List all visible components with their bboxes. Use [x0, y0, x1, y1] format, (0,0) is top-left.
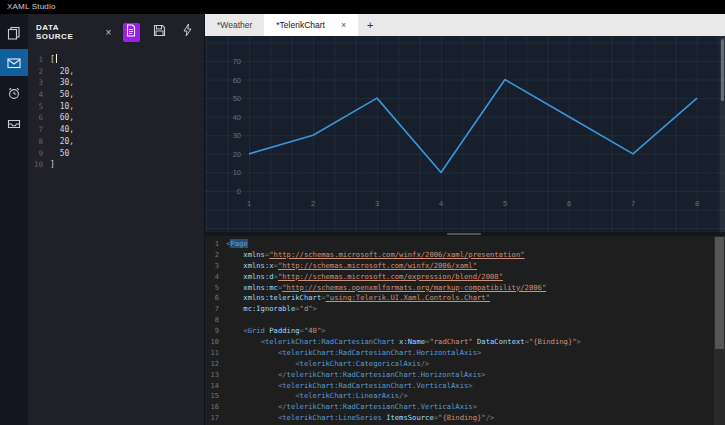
save-button[interactable] — [152, 23, 168, 42]
new-document-button[interactable] — [123, 23, 139, 42]
code-line-text: xmlns:x="http://schemas.microsoft.com/wi… — [226, 261, 477, 272]
tab-label: *Weather — [217, 20, 252, 30]
line-number: 8 — [205, 315, 226, 326]
y-axis-tick-label: 30 — [233, 131, 241, 140]
line-number: 17 — [205, 413, 226, 424]
minimap-line — [675, 276, 709, 278]
code-line[interactable]: 16 </telerikChart:RadCartesianChart.Vert… — [205, 402, 725, 413]
y-axis-tick-label: 10 — [233, 168, 241, 177]
tab-weather[interactable]: *Weather — [205, 14, 264, 36]
code-line-text: <telerikChart:LinearAxis/> — [226, 391, 408, 402]
x-axis-tick-label: 3 — [375, 199, 379, 208]
code-line-text: <Grid Padding="40"> — [226, 326, 326, 337]
line-number: 4 — [28, 89, 50, 101]
alarm-button[interactable] — [0, 79, 28, 106]
data-source-line-text: 20, — [50, 66, 74, 78]
code-line-text: <Page — [226, 239, 248, 250]
data-source-line-text: 50, — [50, 89, 74, 101]
y-axis-tick-label: 20 — [233, 150, 241, 159]
chart-svg: 70605040302010012345678 — [205, 36, 725, 232]
code-line-text: xmlns:mc="http://schemas.openxmlformats.… — [226, 283, 546, 294]
line-number: 15 — [205, 391, 226, 402]
minimap[interactable] — [675, 240, 709, 291]
code-line[interactable]: 13 </telerikChart:RadCartesianChart.Hori… — [205, 370, 725, 381]
document-icon — [125, 23, 137, 41]
copy-pages-button[interactable] — [0, 19, 28, 46]
line-number: 16 — [205, 402, 226, 413]
data-source-line[interactable]: 8 20, — [28, 136, 204, 148]
tab-label: *TelerikChart — [276, 20, 325, 30]
code-line[interactable]: 1<Page — [205, 239, 725, 250]
code-line[interactable]: 4 xmlns:d="http://schemas.microsoft.com/… — [205, 272, 725, 283]
code-line[interactable]: 14 <telerikChart:RadCartesianChart.Verti… — [205, 381, 725, 392]
chart-preview: 70605040302010012345678 — [205, 36, 725, 232]
code-line[interactable]: 11 <telerikChart:RadCartesianChart.Horiz… — [205, 348, 725, 359]
x-axis-tick-label: 5 — [503, 199, 507, 208]
code-line[interactable]: 3 xmlns:x="http://schemas.microsoft.com/… — [205, 261, 725, 272]
data-source-line[interactable]: 3 30, — [28, 77, 204, 89]
data-source-close-icon[interactable]: × — [106, 27, 112, 38]
line-number: 1 — [28, 54, 50, 66]
minimap-line — [675, 261, 709, 263]
line-number: 3 — [205, 261, 226, 272]
data-source-line[interactable]: 4 50, — [28, 89, 204, 101]
minimap-line — [675, 240, 709, 242]
editor-scrollbar-thumb[interactable] — [715, 237, 724, 349]
code-line[interactable]: 10 <telerikChart:RadCartesianChart x:Nam… — [205, 337, 725, 348]
minimap-line — [675, 246, 709, 248]
data-source-panel: DATA SOURCE × 1[2 20,3 30,4 50,5 10,6 60… — [28, 14, 205, 425]
line-number: 12 — [205, 359, 226, 370]
new-tab-button[interactable]: + — [358, 14, 382, 36]
code-line-text: <telerikChart:CategoricalAxis/> — [226, 359, 429, 370]
code-line[interactable]: 9 <Grid Padding="40"> — [205, 326, 725, 337]
minimap-line — [675, 288, 709, 290]
data-source-line[interactable]: 9 50 — [28, 148, 204, 160]
splitter-grip[interactable] — [447, 233, 481, 235]
live-data-button[interactable] — [180, 23, 196, 42]
inbox-button[interactable] — [0, 109, 28, 136]
code-line[interactable]: 8 — [205, 315, 725, 326]
code-line[interactable]: 17 <telerikChart:LineSeries ItemsSource=… — [205, 413, 725, 424]
x-axis-tick-label: 2 — [311, 199, 315, 208]
data-source-line[interactable]: 2 20, — [28, 66, 204, 78]
data-source-header: DATA SOURCE × — [28, 14, 204, 50]
code-editor[interactable]: 1<Page2 xmlns="http://schemas.microsoft.… — [205, 236, 725, 425]
code-line[interactable]: 6 xmlns:telerikChart="using:Telerik.UI.X… — [205, 293, 725, 304]
title-bar: XAML Studio — [0, 0, 725, 14]
preview-scrollbar[interactable] — [720, 36, 725, 232]
code-line[interactable]: 7 mc:Ignorable="d"> — [205, 304, 725, 315]
y-axis-tick-label: 0 — [237, 187, 241, 196]
line-number: 13 — [205, 370, 226, 381]
line-number: 2 — [205, 250, 226, 261]
data-source-line[interactable]: 10] — [28, 159, 204, 171]
alarm-clock-icon — [7, 86, 21, 100]
minimap-line — [675, 270, 709, 272]
data-source-line[interactable]: 1[ — [28, 54, 204, 66]
code-line-text: xmlns:d="http://schemas.microsoft.com/ex… — [226, 272, 503, 283]
text-caret — [56, 54, 57, 63]
data-source-button[interactable] — [0, 49, 28, 76]
data-source-line-text: [ — [50, 54, 55, 66]
line-number: 9 — [28, 148, 50, 160]
tab-close-icon[interactable]: × — [341, 20, 346, 30]
minimap-line — [675, 243, 709, 245]
data-source-line[interactable]: 5 10, — [28, 101, 204, 113]
code-line[interactable]: 15 <telerikChart:LinearAxis/> — [205, 391, 725, 402]
inbox-tray-icon — [7, 116, 21, 130]
x-axis-tick-label: 6 — [567, 199, 571, 208]
editor-scrollbar[interactable] — [714, 236, 725, 425]
code-line-text: xmlns:telerikChart="using:Telerik.UI.Xam… — [226, 293, 490, 304]
code-line[interactable]: 5 xmlns:mc="http://schemas.openxmlformat… — [205, 283, 725, 294]
code-line-text: <telerikChart:RadCartesianChart.Horizont… — [226, 348, 481, 359]
data-source-line-text: 60, — [50, 112, 74, 124]
data-source-title: DATA SOURCE — [36, 23, 90, 41]
code-line[interactable]: 12 <telerikChart:CategoricalAxis/> — [205, 359, 725, 370]
data-source-line[interactable]: 7 40, — [28, 124, 204, 136]
data-source-editor[interactable]: 1[2 20,3 30,4 50,5 10,6 60,7 40,8 20,9 5… — [28, 50, 204, 171]
copy-pages-icon — [7, 26, 21, 40]
data-source-line[interactable]: 6 60, — [28, 112, 204, 124]
code-line[interactable]: 2 xmlns="http://schemas.microsoft.com/wi… — [205, 250, 725, 261]
tab-telerikchart[interactable]: *TelerikChart× — [264, 14, 358, 36]
code-line-text: <telerikChart:LineSeries ItemsSource="{B… — [226, 413, 494, 424]
preview-scrollbar-thumb[interactable] — [721, 39, 724, 101]
